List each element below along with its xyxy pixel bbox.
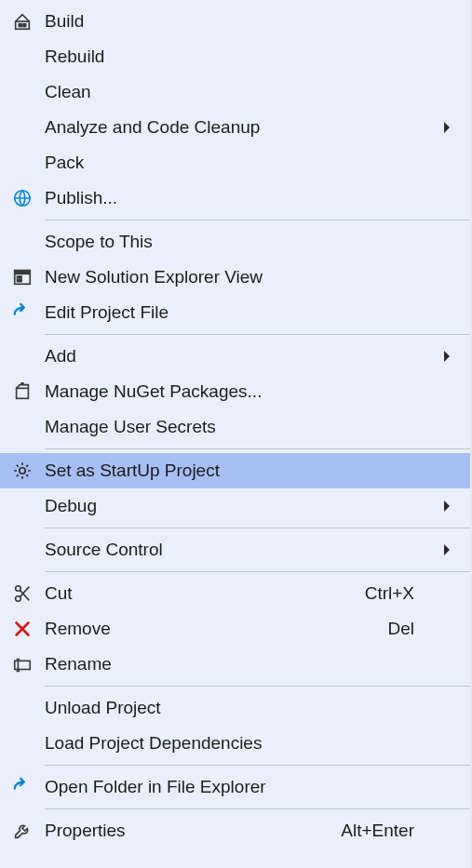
svg-rect-2: [23, 24, 26, 27]
menu-item-manage-user-secrets[interactable]: Manage User Secrets: [0, 409, 470, 445]
svg-rect-8: [17, 388, 29, 398]
menu-item-label: Properties: [45, 821, 341, 841]
menu-separator: [0, 524, 470, 532]
menu-item-scope-to-this[interactable]: Scope to This: [0, 224, 470, 260]
gear-icon: [0, 461, 45, 481]
svg-rect-7: [18, 280, 22, 282]
svg-rect-1: [19, 24, 21, 27]
menu-item-label: Load Project Dependencies: [45, 733, 433, 754]
menu-item-label: Publish...: [45, 188, 433, 208]
menu-item-shortcut: Del: [387, 619, 433, 639]
menu-item-rename[interactable]: Rename: [0, 647, 470, 682]
menu-separator: [0, 805, 470, 813]
submenu-arrow-icon: [433, 500, 461, 513]
menu-item-label: Source Control: [45, 540, 433, 560]
menu-item-clean[interactable]: Clean: [0, 74, 470, 110]
open-folder-arrow-icon: [0, 777, 45, 797]
solution-explorer-icon: [0, 267, 45, 287]
menu-separator: [0, 682, 470, 690]
submenu-arrow-icon: [433, 350, 461, 363]
menu-item-label: Open Folder in File Explorer: [45, 777, 433, 797]
menu-item-properties[interactable]: PropertiesAlt+Enter: [0, 813, 470, 848]
menu-item-label: Build: [45, 11, 433, 32]
menu-item-remove[interactable]: RemoveDel: [0, 611, 470, 647]
build-icon: [0, 11, 45, 32]
submenu-arrow-icon: [433, 121, 461, 134]
menu-item-label: Edit Project File: [45, 302, 433, 323]
menu-item-label: Analyze and Code Cleanup: [45, 117, 433, 138]
menu-item-debug[interactable]: Debug: [0, 488, 470, 524]
menu-item-edit-project-file[interactable]: Edit Project File: [0, 295, 470, 330]
publish-icon: [0, 188, 45, 208]
project-context-menu: BuildRebuildCleanAnalyze and Code Cleanu…: [0, 0, 472, 868]
nuget-icon: [0, 381, 45, 402]
svg-rect-6: [18, 276, 22, 278]
svg-rect-0: [16, 21, 30, 29]
menu-item-label: Rename: [45, 654, 433, 674]
menu-item-rebuild[interactable]: Rebuild: [0, 39, 470, 74]
menu-item-label: Cut: [45, 583, 365, 604]
menu-item-label: Rebuild: [45, 47, 433, 67]
menu-item-label: Pack: [45, 153, 433, 173]
menu-item-label: Set as StartUp Project: [45, 461, 433, 481]
menu-item-publish[interactable]: Publish...: [0, 180, 470, 216]
remove-x-icon: [0, 619, 45, 639]
menu-item-shortcut: Alt+Enter: [341, 821, 433, 841]
rename-icon: [0, 654, 45, 674]
menu-item-label: Add: [45, 346, 433, 367]
menu-item-manage-nuget[interactable]: Manage NuGet Packages...: [0, 374, 470, 409]
menu-item-shortcut: Ctrl+X: [365, 583, 433, 604]
menu-item-unload-project[interactable]: Unload Project: [0, 690, 470, 726]
menu-item-cut[interactable]: CutCtrl+X: [0, 576, 470, 611]
menu-item-add[interactable]: Add: [0, 339, 470, 374]
menu-item-load-project-deps[interactable]: Load Project Dependencies: [0, 726, 470, 761]
menu-item-label: Clean: [45, 82, 433, 102]
svg-point-9: [20, 468, 25, 474]
menu-item-set-startup-project[interactable]: Set as StartUp Project: [0, 453, 470, 488]
menu-item-pack[interactable]: Pack: [0, 145, 470, 180]
submenu-arrow-icon: [433, 543, 461, 556]
svg-rect-12: [15, 661, 31, 669]
menu-item-label: Remove: [45, 619, 387, 639]
menu-separator: [0, 761, 470, 769]
menu-item-analyze-cleanup[interactable]: Analyze and Code Cleanup: [0, 110, 470, 145]
menu-item-open-folder-explorer[interactable]: Open Folder in File Explorer: [0, 769, 470, 805]
wrench-icon: [0, 821, 45, 841]
menu-item-label: New Solution Explorer View: [45, 267, 433, 287]
scissors-icon: [0, 583, 45, 604]
menu-item-label: Manage NuGet Packages...: [45, 381, 433, 402]
menu-item-label: Scope to This: [45, 232, 433, 252]
menu-separator: [0, 216, 470, 224]
menu-item-label: Manage User Secrets: [45, 417, 433, 437]
menu-separator: [0, 445, 470, 453]
menu-item-source-control[interactable]: Source Control: [0, 532, 470, 568]
edit-arrow-icon: [0, 302, 45, 323]
menu-item-new-solution-explorer[interactable]: New Solution Explorer View: [0, 260, 470, 295]
menu-item-label: Debug: [45, 496, 433, 516]
menu-separator: [0, 568, 470, 576]
svg-rect-5: [15, 271, 31, 274]
menu-item-label: Unload Project: [45, 698, 433, 718]
menu-separator: [0, 330, 470, 339]
menu-item-build[interactable]: Build: [0, 4, 470, 39]
